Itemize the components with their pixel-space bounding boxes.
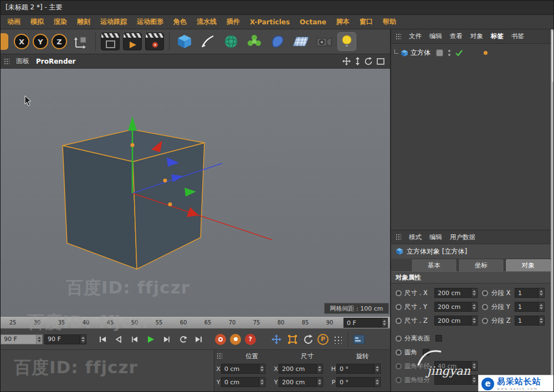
scale-tool-button[interactable] (285, 332, 300, 347)
pos-x-field[interactable]: 0 cm (221, 364, 265, 374)
menubar-item[interactable]: Octane (300, 18, 326, 26)
pos-y-field[interactable]: 0 cm (221, 377, 265, 387)
floor-button[interactable] (291, 32, 311, 51)
pen-spline-button[interactable] (198, 32, 218, 51)
object-manager[interactable]: 立方体 (391, 44, 554, 230)
p-coordinate-button[interactable]: P (317, 334, 329, 345)
menubar-item[interactable]: 脚本 (336, 17, 350, 27)
menubar-item[interactable]: 运动跟踪 (100, 17, 127, 27)
menubar-item[interactable]: 雕刻 (77, 17, 90, 27)
anim-dot-icon[interactable] (396, 318, 402, 324)
goto-start-button[interactable] (95, 332, 110, 347)
play-mode-button[interactable] (176, 332, 190, 347)
stepper-icon[interactable] (538, 302, 544, 311)
enabled-check-icon[interactable] (455, 50, 463, 56)
om-menu-item[interactable]: 对象 (470, 32, 483, 40)
scrollbar-thumb[interactable] (552, 31, 554, 82)
stepper-icon[interactable] (316, 378, 322, 386)
rotate-tool-button[interactable] (301, 332, 316, 347)
size-x-field[interactable]: 200 cm (279, 364, 323, 374)
am-menu-item[interactable]: 编辑 (429, 233, 442, 241)
play-button[interactable] (143, 332, 158, 347)
stepper-icon[interactable] (259, 364, 265, 373)
rot-h-field[interactable]: 0 ° (336, 364, 381, 374)
viewport-canvas[interactable] (1, 69, 390, 316)
menubar-item[interactable]: 流水线 (197, 17, 217, 27)
viewport-tab-panel[interactable]: 面板 (16, 56, 29, 66)
range-start-field[interactable]: 90 F (1, 334, 43, 344)
range-end-field[interactable]: 90 F (44, 334, 86, 344)
layer-color-dot[interactable] (484, 51, 488, 55)
panel-menu-handle-icon[interactable] (217, 353, 222, 359)
anim-dot-icon[interactable] (396, 349, 402, 355)
tab-coordinates[interactable]: 坐标 (458, 259, 504, 271)
render-picture-viewer-button[interactable] (123, 33, 142, 50)
size-z-field[interactable]: 200 cm (434, 316, 478, 326)
segments-z-field[interactable]: 1 (515, 316, 545, 326)
menubar-item[interactable]: 模拟 (30, 17, 44, 27)
previous-frame-button[interactable] (127, 332, 142, 347)
stepper-icon[interactable] (259, 378, 265, 386)
am-menu-item[interactable]: 用户数据 (450, 233, 475, 241)
previous-key-button[interactable] (111, 332, 126, 347)
om-menu-item[interactable]: 文件 (409, 32, 422, 40)
om-menu-item[interactable]: 书签 (511, 32, 524, 40)
viewport-zoom-button[interactable] (355, 57, 361, 65)
visibility-toggle-icon[interactable] (448, 50, 450, 56)
clipped-tool-icon[interactable] (1, 33, 8, 50)
camera-button[interactable] (314, 32, 334, 51)
menubar-item[interactable]: 插件 (227, 17, 240, 27)
stepper-icon[interactable] (538, 316, 544, 325)
segments-x-field[interactable]: 1 (515, 288, 545, 298)
stepper-icon[interactable] (471, 288, 477, 297)
tab-basic[interactable]: 基本 (411, 259, 457, 271)
add-cube-button[interactable] (175, 32, 194, 51)
current-frame-field[interactable]: 0 F (343, 318, 388, 328)
menubar-item[interactable]: 帮助 (383, 17, 396, 27)
object-properties-header[interactable]: 对象属性 (391, 271, 554, 283)
fillet-checkbox[interactable] (423, 349, 429, 355)
menubar-item[interactable]: X-Particles (250, 18, 290, 26)
menubar-item[interactable]: 窗口 (360, 17, 373, 27)
size-x-field[interactable]: 200 cm (434, 288, 478, 298)
generators-button[interactable] (221, 32, 241, 51)
anim-dot-icon[interactable] (396, 290, 402, 296)
stepper-icon[interactable] (374, 364, 380, 373)
stepper-icon[interactable] (374, 378, 380, 386)
stepper-icon[interactable] (316, 364, 322, 373)
keyframe-selection-button[interactable]: ? (245, 334, 256, 345)
panel-menu-handle-icon[interactable] (396, 234, 401, 240)
viewport-rotate-button[interactable] (365, 57, 373, 65)
om-menu-item[interactable]: 查看 (450, 32, 463, 40)
anim-dot-icon[interactable] (396, 304, 402, 310)
move-tool-button[interactable] (269, 332, 284, 347)
menubar-item[interactable]: 运动图形 (137, 17, 163, 27)
cloner-button[interactable] (244, 32, 264, 51)
stepper-icon[interactable] (471, 302, 477, 311)
panel-menu-handle-icon[interactable] (396, 33, 401, 40)
segments-y-field[interactable]: 1 (515, 302, 545, 312)
viewport-pan-button[interactable] (342, 57, 351, 65)
record-keyframe-button[interactable] (215, 334, 226, 345)
anim-dot-icon[interactable] (482, 290, 488, 296)
next-frame-button[interactable] (160, 332, 174, 347)
size-y-field[interactable]: 200 cm (434, 302, 478, 312)
render-settings-button[interactable] (145, 33, 164, 50)
om-menu-item[interactable]: 标签 (491, 32, 504, 40)
menubar-item[interactable]: 角色 (173, 17, 187, 27)
object-name[interactable]: 立方体 (411, 48, 430, 58)
keyframe-hud-button[interactable] (352, 332, 366, 347)
stepper-icon[interactable] (538, 288, 544, 297)
stepper-icon[interactable] (381, 318, 387, 327)
viewport-tab-prorender[interactable]: ProRender (36, 58, 76, 65)
z-axis-lock-button[interactable]: Z (52, 34, 67, 49)
timeline-ruler[interactable]: 25 30 35 40 45 50 55 60 65 70 75 80 85 9… (1, 316, 390, 329)
stepper-icon[interactable] (36, 335, 42, 344)
size-y-field[interactable]: 200 cm (279, 377, 323, 387)
stepper-icon[interactable] (471, 316, 477, 325)
object-tag-icon[interactable] (436, 49, 443, 56)
viewport-maximize-button[interactable] (377, 58, 384, 65)
y-axis-lock-button[interactable]: Y (33, 34, 48, 49)
light-button[interactable] (337, 32, 356, 51)
snap-dots-button[interactable] (330, 332, 345, 347)
